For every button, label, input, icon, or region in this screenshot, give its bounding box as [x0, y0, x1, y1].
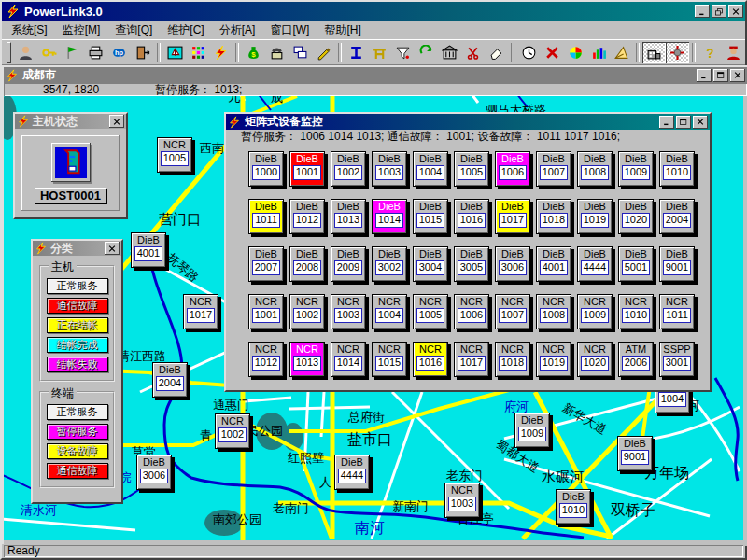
- menu-item-maintain[interactable]: 维护[C]: [160, 21, 211, 40]
- toolbar-scissors-icon[interactable]: [461, 42, 485, 63]
- toolbar-building-icon[interactable]: [642, 42, 666, 63]
- city-map[interactable]: 主机状态 HOST0001: [4, 96, 743, 540]
- device-NCR-1002[interactable]: NCR1002: [289, 294, 325, 329]
- toolbar-press-icon[interactable]: [345, 42, 368, 63]
- host-name-button[interactable]: HOST0001: [35, 188, 106, 203]
- device-ATM-2006[interactable]: ATM2006: [618, 342, 654, 377]
- device-NCR-1008[interactable]: NCR1008: [536, 294, 571, 329]
- device-DieB-3004[interactable]: DieB3004: [413, 246, 448, 282]
- device-DieB-1007[interactable]: DieB1007: [536, 151, 571, 187]
- device-DieB-4444[interactable]: DieB4444: [577, 246, 613, 282]
- matrix-close-button[interactable]: [693, 116, 708, 129]
- device-NCR-1002[interactable]: NCR1002: [215, 413, 250, 449]
- device-DieB-1002[interactable]: DieB1002: [331, 151, 366, 187]
- device-DieB-1017[interactable]: DieB1017: [495, 199, 530, 234]
- device-DieB-3002[interactable]: DieB3002: [372, 246, 407, 282]
- device-NCR-1018[interactable]: NCR1018: [495, 342, 530, 377]
- device-DieB-1006[interactable]: DieB1006: [495, 151, 530, 187]
- toolbar-matrix-monitor-icon[interactable]: [666, 42, 689, 63]
- device-DieB-9001[interactable]: DieB9001: [617, 436, 653, 471]
- device-NCR-1017[interactable]: NCR1017: [183, 294, 218, 329]
- device-DieB-1008[interactable]: DieB1008: [577, 151, 613, 187]
- device-NCR-1009[interactable]: NCR1009: [577, 294, 613, 329]
- toolbar-key-icon[interactable]: [37, 42, 61, 63]
- toolbar-bar-chart-icon[interactable]: [587, 42, 611, 63]
- host-computer-button[interactable]: [51, 143, 91, 182]
- device-DieB-1003[interactable]: DieB1003: [372, 151, 407, 187]
- device-NCR-1013[interactable]: NCR1013: [289, 342, 325, 377]
- toolbar-funnel-icon[interactable]: [391, 42, 415, 63]
- host-window-titlebar[interactable]: 主机状态: [15, 114, 126, 129]
- device-DieB-1020[interactable]: DieB1020: [618, 199, 654, 234]
- menu-item-help[interactable]: 帮助[H]: [317, 21, 368, 40]
- device-NCR-1010[interactable]: NCR1010: [618, 294, 654, 329]
- map-maximize-button[interactable]: [713, 69, 728, 82]
- device-DieB-1011[interactable]: DieB1011: [248, 199, 284, 234]
- toolbar-agent-icon[interactable]: [722, 42, 745, 63]
- toolbar-sail-icon[interactable]: [610, 42, 633, 63]
- device-NCR-1015[interactable]: NCR1015: [372, 342, 407, 377]
- device-DieB-1014[interactable]: DieB1014: [372, 199, 407, 234]
- device-DieB-2007[interactable]: DieB2007: [248, 246, 284, 282]
- device-NCR-1003[interactable]: NCR1003: [331, 294, 366, 329]
- device-DieB-1013[interactable]: DieB1013: [331, 199, 366, 234]
- device-DieB-1004[interactable]: DieB1004: [413, 151, 448, 187]
- device-NCR-1019[interactable]: NCR1019: [536, 342, 571, 377]
- device-NCR-1001[interactable]: NCR1001: [248, 294, 284, 329]
- toolbar-delete-icon[interactable]: [541, 42, 564, 63]
- device-SSPP-3001[interactable]: SSPP3001: [659, 342, 695, 377]
- device-DieB-1009[interactable]: DieB1009: [514, 413, 550, 448]
- toolbar-pie-chart-icon[interactable]: [564, 42, 587, 63]
- toolbar-lightning-icon[interactable]: [209, 42, 233, 63]
- map-close-button[interactable]: [730, 69, 745, 82]
- device-DieB-4444[interactable]: DieB4444: [334, 455, 370, 490]
- device-NCR-1014[interactable]: NCR1014: [331, 342, 366, 377]
- host-close-button[interactable]: [109, 115, 124, 128]
- device-DieB-1015[interactable]: DieB1015: [413, 199, 448, 234]
- map-window-titlebar[interactable]: 成都市: [4, 67, 747, 83]
- device-DieB-3006[interactable]: DieB3006: [136, 455, 172, 490]
- device-NCR-1016[interactable]: NCR1016: [413, 342, 448, 377]
- toolbar-cascade-windows-icon[interactable]: [289, 42, 312, 63]
- device-NCR-1003[interactable]: NCR1003: [444, 483, 480, 518]
- menu-item-window[interactable]: 窗口[W]: [262, 21, 317, 40]
- device-DieB-2009[interactable]: DieB2009: [331, 246, 366, 282]
- device-DieB-1010[interactable]: DieB1010: [659, 151, 695, 187]
- device-NCR-1005[interactable]: NCR1005: [157, 137, 192, 173]
- device-DieB-2008[interactable]: DieB2008: [289, 246, 325, 282]
- device-DieB-1001[interactable]: DieB1001: [289, 151, 325, 187]
- toolbar-eraser-icon[interactable]: [485, 42, 508, 63]
- toolbar-help-icon[interactable]: ?: [698, 42, 722, 63]
- device-DieB-4001[interactable]: DieB4001: [536, 246, 571, 282]
- device-DieB-1005[interactable]: DieB1005: [454, 151, 489, 187]
- device-DieB-1012[interactable]: DieB1012: [289, 199, 325, 234]
- toolbar-hp-icon[interactable]: hp: [107, 42, 131, 63]
- close-button[interactable]: [728, 5, 743, 18]
- toolbar-exit-door-icon[interactable]: [131, 42, 154, 63]
- device-NCR-1006[interactable]: NCR1006: [454, 294, 489, 329]
- toolbar-phone-icon[interactable]: [265, 42, 289, 63]
- restore-button[interactable]: [712, 5, 726, 18]
- legend-window-titlebar[interactable]: 分类: [33, 241, 121, 256]
- minimize-button[interactable]: [695, 5, 710, 18]
- device-DieB-4001[interactable]: DieB4001: [131, 232, 166, 268]
- menu-item-monitor[interactable]: 监控[M]: [55, 21, 108, 40]
- toolbar-flag-icon[interactable]: [61, 42, 84, 63]
- device-DieB-3005[interactable]: DieB3005: [454, 246, 489, 282]
- device-NCR-1004[interactable]: NCR1004: [372, 294, 407, 329]
- device-DieB-3006[interactable]: DieB3006: [495, 246, 530, 282]
- device-NCR-1011[interactable]: NCR1011: [659, 294, 695, 329]
- device-NCR-1020[interactable]: NCR1020: [577, 342, 613, 377]
- menu-item-query[interactable]: 查询[Q]: [107, 21, 160, 40]
- device-DieB-1009[interactable]: DieB1009: [618, 151, 654, 187]
- matrix-window-titlebar[interactable]: 矩阵式设备监控: [226, 114, 710, 130]
- device-DieB-1019[interactable]: DieB1019: [577, 199, 613, 234]
- toolbar-pen-icon[interactable]: [312, 42, 335, 63]
- device-NCR-1012[interactable]: NCR1012: [248, 342, 284, 377]
- toolbar-money-bag-icon[interactable]: $: [242, 42, 265, 63]
- toolbar-printer-icon[interactable]: [84, 42, 107, 63]
- matrix-maximize-button[interactable]: [676, 116, 691, 129]
- toolbar-grip[interactable]: [7, 42, 11, 63]
- device-DieB-1010[interactable]: DieB1010: [556, 489, 591, 525]
- device-DieB-1018[interactable]: DieB1018: [536, 199, 571, 234]
